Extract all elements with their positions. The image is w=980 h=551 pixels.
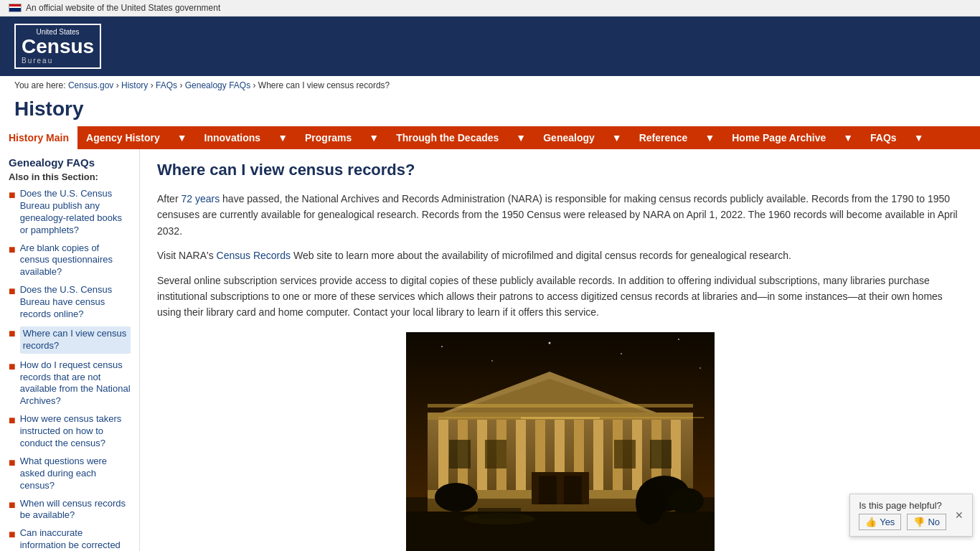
bullet-icon: ■ bbox=[9, 242, 16, 256]
sidebar-item: ■ Does the U.S. Census Bureau have censu… bbox=[9, 284, 131, 321]
bullet-icon: ■ bbox=[9, 359, 16, 373]
nav-innovations[interactable]: Innovations ▼ bbox=[196, 126, 296, 149]
nav-home-page-archive-dropdown[interactable]: ▼ bbox=[834, 126, 862, 149]
census-records-link[interactable]: Census Records bbox=[217, 250, 291, 261]
bullet-icon: ■ bbox=[9, 527, 16, 541]
svg-rect-14 bbox=[593, 415, 603, 497]
svg-rect-26 bbox=[614, 440, 636, 468]
svg-point-39 bbox=[491, 360, 493, 362]
bullet-icon: ■ bbox=[9, 456, 16, 469]
nav-reference-link[interactable]: Reference bbox=[631, 126, 697, 149]
us-flag-icon bbox=[9, 4, 22, 12]
breadcrumb-history[interactable]: History bbox=[121, 80, 148, 90]
gov-banner: An official website of the United States… bbox=[0, 0, 980, 17]
sidebar-link-request-records[interactable]: How do I request census records that are… bbox=[20, 359, 131, 408]
sidebar-link-books[interactable]: Does the U.S. Census Bureau publish any … bbox=[20, 188, 131, 237]
logo-main: Census bbox=[22, 37, 94, 57]
svg-rect-31 bbox=[478, 508, 521, 519]
breadcrumb-genealogy-faqs[interactable]: Genealogy FAQs bbox=[185, 80, 250, 90]
page-title: History bbox=[14, 98, 966, 121]
helpful-yes-button[interactable]: 👍 Yes bbox=[859, 514, 901, 530]
page-title-area: History bbox=[0, 95, 980, 126]
svg-point-32 bbox=[435, 483, 478, 512]
svg-rect-22 bbox=[539, 476, 557, 504]
sidebar-nav: ■ Does the U.S. Census Bureau publish an… bbox=[9, 188, 131, 551]
svg-rect-24 bbox=[449, 440, 471, 468]
nav-innovations-link[interactable]: Innovations bbox=[196, 126, 270, 149]
main-nav: History Main Agency History ▼ Innovation… bbox=[0, 126, 980, 149]
nav-genealogy-link[interactable]: Genealogy bbox=[534, 126, 603, 149]
nav-faqs[interactable]: FAQs ▼ bbox=[862, 126, 932, 149]
sidebar-link-inaccurate[interactable]: Can inaccurate information be corrected … bbox=[20, 527, 131, 551]
sidebar-item: ■ Does the U.S. Census Bureau publish an… bbox=[9, 188, 131, 237]
logo-bottom: Bureau bbox=[22, 57, 94, 65]
content-wrapper: Genealogy FAQs Also in this Section: ■ D… bbox=[0, 149, 980, 551]
sidebar-item: ■ How do I request census records that a… bbox=[9, 359, 131, 408]
svg-point-41 bbox=[621, 353, 622, 354]
svg-point-40 bbox=[548, 342, 550, 344]
gov-banner-text: An official website of the United States… bbox=[26, 3, 220, 13]
bullet-icon: ■ bbox=[9, 284, 16, 298]
sidebar-link-census-takers[interactable]: How were census takers instructed on how… bbox=[20, 413, 131, 450]
nav-agency-history[interactable]: Agency History ▼ bbox=[77, 126, 196, 149]
72-years-link[interactable]: 72 years bbox=[181, 193, 220, 204]
bullet-icon: ■ bbox=[9, 413, 16, 427]
nav-innovations-dropdown[interactable]: ▼ bbox=[269, 126, 296, 149]
sidebar-link-view-records[interactable]: Where can I view census records? bbox=[20, 326, 131, 354]
sidebar-item: ■ How were census takers instructed on h… bbox=[9, 413, 131, 450]
nav-through-decades[interactable]: Through the Decades ▼ bbox=[387, 126, 534, 149]
nav-home-page-archive[interactable]: Home Page Archive ▼ bbox=[723, 126, 862, 149]
sidebar-item: ■ When will census records be available? bbox=[9, 498, 131, 522]
svg-rect-27 bbox=[650, 440, 672, 468]
svg-rect-10 bbox=[516, 415, 526, 497]
sidebar-link-when-available[interactable]: When will census records be available? bbox=[20, 498, 131, 522]
nav-programs-link[interactable]: Programs bbox=[296, 126, 360, 149]
thumbs-down-icon: 👎 bbox=[913, 517, 925, 527]
sidebar-item: ■ Are blank copies of census questionnai… bbox=[9, 242, 131, 279]
nav-agency-history-link[interactable]: Agency History bbox=[77, 126, 169, 149]
nav-programs[interactable]: Programs ▼ bbox=[296, 126, 387, 149]
helpful-no-button[interactable]: 👎 No bbox=[907, 514, 946, 530]
svg-rect-29 bbox=[406, 512, 715, 551]
nav-reference-dropdown[interactable]: ▼ bbox=[696, 126, 723, 149]
nav-history-main-link[interactable]: History Main bbox=[0, 126, 77, 149]
nav-faqs-link[interactable]: FAQs bbox=[862, 126, 905, 149]
content-para-1: After 72 years have passed, the National… bbox=[157, 191, 963, 239]
bullet-icon: ■ bbox=[9, 188, 16, 202]
sidebar-section-title: Also in this Section: bbox=[9, 171, 131, 182]
nav-home-page-archive-link[interactable]: Home Page Archive bbox=[723, 126, 834, 149]
helpful-question: Is this page helpful? bbox=[859, 500, 946, 511]
nav-programs-dropdown[interactable]: ▼ bbox=[360, 126, 387, 149]
svg-rect-37 bbox=[438, 417, 704, 418]
sidebar-link-questions[interactable]: What questions were asked during each ce… bbox=[20, 456, 131, 492]
svg-rect-28 bbox=[428, 404, 693, 408]
breadcrumb-census-gov[interactable]: Census.gov bbox=[68, 80, 113, 90]
logo[interactable]: United States Census Bureau bbox=[14, 24, 101, 69]
nav-faqs-dropdown[interactable]: ▼ bbox=[905, 126, 933, 149]
svg-rect-23 bbox=[564, 476, 582, 504]
helpful-close-button[interactable]: ✕ bbox=[955, 509, 963, 521]
nav-reference[interactable]: Reference ▼ bbox=[631, 126, 724, 149]
svg-rect-25 bbox=[485, 440, 507, 468]
national-archives-image bbox=[406, 332, 715, 551]
content-heading: Where can I view census records? bbox=[157, 161, 963, 179]
svg-point-42 bbox=[678, 339, 679, 340]
nav-genealogy-dropdown[interactable]: ▼ bbox=[603, 126, 631, 149]
bullet-icon: ■ bbox=[9, 326, 16, 340]
sidebar-link-blank-copies[interactable]: Are blank copies of census questionnaire… bbox=[20, 242, 131, 279]
nav-through-decades-link[interactable]: Through the Decades bbox=[387, 126, 507, 149]
breadcrumb-faqs[interactable]: FAQs bbox=[156, 80, 177, 90]
content-para-2: Visit NARA's Census Records Web site to … bbox=[157, 248, 963, 263]
nav-genealogy[interactable]: Genealogy ▼ bbox=[534, 126, 630, 149]
thumbs-up-icon: 👍 bbox=[865, 517, 877, 527]
bullet-icon: ■ bbox=[9, 498, 16, 512]
nav-history-main[interactable]: History Main bbox=[0, 126, 77, 149]
content-para-3: Several online subscription services pro… bbox=[157, 273, 963, 321]
sidebar: Genealogy FAQs Also in this Section: ■ D… bbox=[0, 149, 140, 551]
svg-point-35 bbox=[636, 481, 664, 524]
breadcrumb: You are here: Census.gov › History › FAQ… bbox=[0, 76, 980, 95]
sidebar-link-records-online[interactable]: Does the U.S. Census Bureau have census … bbox=[20, 284, 131, 321]
nav-through-decades-dropdown[interactable]: ▼ bbox=[507, 126, 534, 149]
image-container: The National Archives Building, Washingt… bbox=[157, 332, 963, 551]
nav-agency-history-dropdown[interactable]: ▼ bbox=[169, 126, 196, 149]
